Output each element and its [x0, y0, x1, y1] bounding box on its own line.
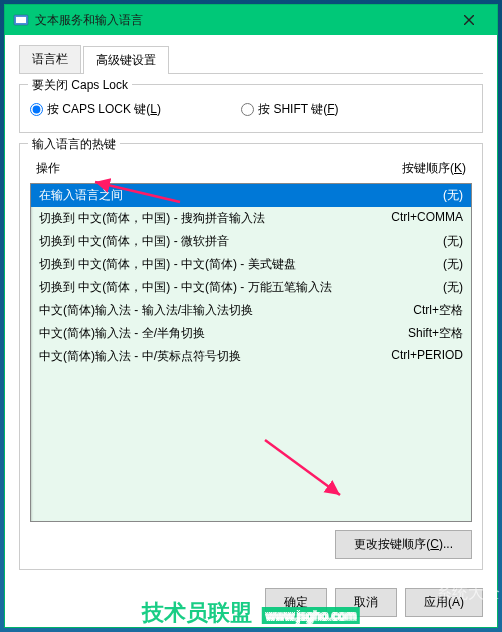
- capslock-radios: 按 CAPS LOCK 键(L) 按 SHIFT 键(F): [30, 97, 472, 122]
- change-button-row: 更改按键顺序(C)...: [30, 522, 472, 559]
- hotkey-action: 切换到 中文(简体，中国) - 搜狗拼音输入法: [39, 210, 391, 227]
- watermark-url: www.jsgho.com: [262, 607, 360, 624]
- radio-capslock-label: 按 CAPS LOCK 键(L): [47, 101, 161, 118]
- tab-strip: 语言栏 高级键设置: [19, 45, 483, 74]
- radio-shift[interactable]: 按 SHIFT 键(F): [241, 101, 338, 118]
- tab-advanced-keys[interactable]: 高级键设置: [83, 46, 169, 74]
- hotkey-header: 操作 按键顺序(K): [30, 156, 472, 183]
- client-area: 语言栏 高级键设置 要关闭 Caps Lock 按 CAPS LOCK 键(L)…: [5, 35, 497, 627]
- side-text: 系统大全: [436, 583, 500, 604]
- hotkey-row[interactable]: 切换到 中文(简体，中国) - 微软拼音(无): [31, 230, 471, 253]
- hotkey-sequence: (无): [443, 187, 463, 204]
- hotkey-group: 输入语言的热键 操作 按键顺序(K) 在输入语言之间(无)切换到 中文(简体，中…: [19, 143, 483, 570]
- app-icon: [13, 12, 29, 28]
- close-button[interactable]: [449, 5, 489, 35]
- tab-language-bar[interactable]: 语言栏: [19, 45, 81, 73]
- hotkey-row[interactable]: 在输入语言之间(无): [31, 184, 471, 207]
- hotkey-row[interactable]: 中文(简体)输入法 - 全/半角切换Shift+空格: [31, 322, 471, 345]
- hotkey-sequence: Ctrl+空格: [413, 302, 463, 319]
- hotkey-sequence: Shift+空格: [408, 325, 463, 342]
- radio-capslock[interactable]: 按 CAPS LOCK 键(L): [30, 101, 161, 118]
- hotkey-sequence: (无): [443, 233, 463, 250]
- hotkey-action: 中文(简体)输入法 - 全/半角切换: [39, 325, 408, 342]
- hotkey-row[interactable]: 切换到 中文(简体，中国) - 中文(简体) - 美式键盘(无): [31, 253, 471, 276]
- titlebar: 文本服务和输入语言: [5, 5, 497, 35]
- svg-rect-1: [16, 17, 26, 23]
- hotkey-sequence: (无): [443, 279, 463, 296]
- hotkey-sequence: Ctrl+COMMA: [391, 210, 463, 227]
- capslock-legend: 要关闭 Caps Lock: [28, 77, 132, 94]
- radio-shift-input[interactable]: [241, 103, 254, 116]
- capslock-group: 要关闭 Caps Lock 按 CAPS LOCK 键(L) 按 SHIFT 键…: [19, 84, 483, 133]
- hotkey-row[interactable]: 中文(简体)输入法 - 输入法/非输入法切换Ctrl+空格: [31, 299, 471, 322]
- hotkey-action: 中文(简体)输入法 - 中/英标点符号切换: [39, 348, 391, 365]
- hotkey-sequence: (无): [443, 256, 463, 273]
- dialog-window: 文本服务和输入语言 语言栏 高级键设置 要关闭 Caps Lock 按 CAPS…: [4, 4, 498, 628]
- hotkey-row[interactable]: 切换到 中文(简体，中国) - 中文(简体) - 万能五笔输入法(无): [31, 276, 471, 299]
- hotkey-row[interactable]: 切换到 中文(简体，中国) - 搜狗拼音输入法Ctrl+COMMA: [31, 207, 471, 230]
- hotkey-action: 切换到 中文(简体，中国) - 中文(简体) - 万能五笔输入法: [39, 279, 443, 296]
- hotkey-legend: 输入语言的热键: [28, 136, 120, 153]
- radio-shift-label: 按 SHIFT 键(F): [258, 101, 338, 118]
- col-action: 操作: [36, 160, 60, 177]
- col-sequence: 按键顺序(K): [402, 160, 466, 177]
- hotkey-action: 切换到 中文(简体，中国) - 中文(简体) - 美式键盘: [39, 256, 443, 273]
- hotkey-row[interactable]: 中文(简体)输入法 - 中/英标点符号切换Ctrl+PERIOD: [31, 345, 471, 368]
- hotkey-action: 切换到 中文(简体，中国) - 微软拼音: [39, 233, 443, 250]
- hotkey-action: 在输入语言之间: [39, 187, 443, 204]
- hotkey-list[interactable]: 在输入语言之间(无)切换到 中文(简体，中国) - 搜狗拼音输入法Ctrl+CO…: [30, 183, 472, 522]
- change-sequence-button[interactable]: 更改按键顺序(C)...: [335, 530, 472, 559]
- watermark: 技术员联盟 www.jsgho.com: [142, 598, 360, 628]
- watermark-text: 技术员联盟: [142, 600, 252, 625]
- radio-capslock-input[interactable]: [30, 103, 43, 116]
- hotkey-sequence: Ctrl+PERIOD: [391, 348, 463, 365]
- hotkey-action: 中文(简体)输入法 - 输入法/非输入法切换: [39, 302, 413, 319]
- window-title: 文本服务和输入语言: [35, 12, 449, 29]
